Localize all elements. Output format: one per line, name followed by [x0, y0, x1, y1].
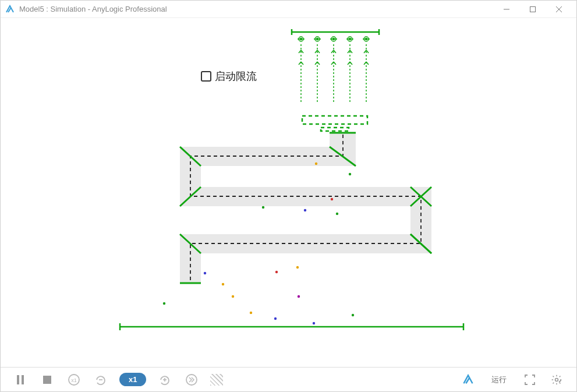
- simulation-canvas[interactable]: 启动限流: [1, 18, 576, 368]
- agent-dot: [298, 295, 300, 298]
- agent-dot: [232, 295, 234, 298]
- speed-indicator[interactable]: x1: [119, 373, 146, 386]
- speed-up-button[interactable]: [157, 372, 173, 388]
- settings-button[interactable]: [548, 372, 565, 388]
- fast-forward-button[interactable]: [183, 372, 200, 388]
- stop-button[interactable]: [39, 372, 55, 388]
- svg-rect-27: [302, 116, 367, 124]
- agent-dot: [352, 314, 354, 316]
- texture-toggle[interactable]: [210, 374, 223, 386]
- pause-button[interactable]: [12, 372, 29, 388]
- top-target-line: [292, 29, 379, 35]
- svg-point-52: [555, 378, 558, 381]
- dashed-zones: [302, 116, 367, 131]
- agent-dot: [250, 312, 252, 314]
- svg-rect-45: [43, 376, 51, 384]
- agent-dot: [336, 213, 338, 215]
- agent-dot: [296, 266, 299, 269]
- agent-dot: [315, 163, 317, 165]
- agent-dot: [163, 302, 165, 305]
- agent-dot: [274, 317, 277, 320]
- agent-dot: [204, 272, 206, 274]
- svg-rect-44: [22, 375, 24, 384]
- window-title: Model5 : Simulation - AnyLogic Professio…: [19, 5, 493, 13]
- app-icon: [5, 5, 15, 14]
- agent-dot: [349, 173, 351, 175]
- speed-down-button[interactable]: [93, 372, 109, 388]
- bottom-toolbar: x1 x1 运行: [1, 367, 576, 391]
- bottom-baseline: [120, 323, 463, 330]
- svg-rect-43: [17, 375, 19, 384]
- close-button[interactable]: [546, 1, 572, 17]
- agent-dot: [262, 206, 264, 209]
- maximize-button[interactable]: [519, 1, 546, 17]
- agent-dot: [331, 198, 333, 200]
- svg-rect-1: [530, 6, 535, 12]
- corridor-path: [180, 133, 431, 283]
- svg-text:x1: x1: [71, 377, 77, 383]
- minimize-button[interactable]: [493, 1, 519, 17]
- agent-dot: [313, 322, 315, 324]
- arrow-columns: [298, 37, 370, 103]
- anylogic-logo-icon[interactable]: [460, 372, 476, 388]
- fullscreen-button[interactable]: [522, 372, 538, 388]
- titlebar: Model5 : Simulation - AnyLogic Professio…: [1, 1, 576, 18]
- agent-dot: [275, 271, 278, 273]
- status-label: 运行: [491, 375, 507, 385]
- agent-dot: [304, 209, 306, 211]
- agent-dot: [222, 283, 224, 285]
- speed-reset-button[interactable]: x1: [66, 372, 82, 388]
- svg-rect-28: [321, 128, 349, 131]
- simulation-svg: [1, 18, 577, 368]
- window-controls: [493, 1, 572, 17]
